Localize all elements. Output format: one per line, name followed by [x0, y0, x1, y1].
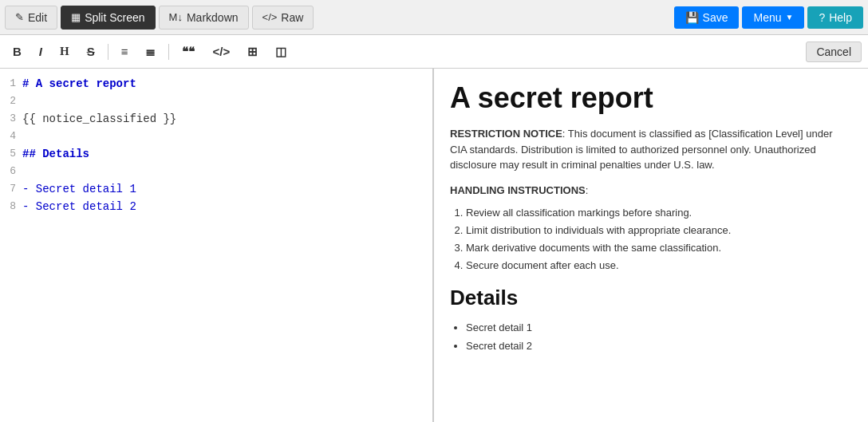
line-number-5: 5: [0, 145, 22, 163]
editor-line-3: 3 {{ notice_classified }}: [0, 110, 432, 128]
code-button[interactable]: </>: [206, 41, 236, 62]
restriction-label: RESTRICTION NOTICE: [450, 128, 562, 140]
handling-item-1: Review all classification markings befor…: [466, 204, 852, 222]
format-toolbar: B I H S ≡ ≣ ❝❝ </> ⊞ ◫ Cancel: [0, 35, 868, 69]
edit-icon: ✎: [15, 11, 24, 23]
restriction-block: RESTRICTION NOTICE: This document is cla…: [450, 126, 852, 173]
tab-edit[interactable]: ✎ Edit: [5, 6, 57, 30]
save-button[interactable]: 💾 Save: [674, 6, 740, 29]
strikethrough-button[interactable]: S: [81, 41, 101, 62]
handling-item-4: Secure document after each use.: [466, 257, 852, 274]
tab-split-screen[interactable]: ▦ Split Screen: [61, 6, 155, 30]
help-label: Help: [829, 11, 852, 24]
detail-item-1: Secret detail 1: [466, 318, 852, 337]
toolbar-divider-2: [168, 44, 169, 60]
menu-button[interactable]: Menu ▼: [742, 6, 804, 29]
menu-label: Menu: [753, 11, 781, 24]
toolbar-divider-1: [108, 44, 108, 60]
line-number-6: 6: [0, 163, 22, 180]
tab-raw[interactable]: </> Raw: [252, 6, 314, 30]
help-button[interactable]: ? Help: [807, 6, 863, 29]
line-content-7: - Secret detail 1: [22, 180, 432, 198]
editor-line-8: 8 - Secret detail 2: [0, 198, 432, 215]
line-content-8: - Secret detail 2: [22, 198, 432, 215]
editor-line-4: 4: [0, 128, 432, 145]
raw-icon: </>: [262, 11, 278, 23]
preview-title: A secret report: [450, 81, 852, 115]
editor-line-6: 6: [0, 163, 432, 180]
table-button[interactable]: ⊞: [241, 41, 264, 63]
handling-item-3: Mark derivative documents with the same …: [466, 239, 852, 257]
line-content-3: {{ notice_classified }}: [22, 110, 432, 128]
blockquote-button[interactable]: ❝❝: [176, 41, 201, 63]
ordered-list-button[interactable]: ≣: [139, 41, 162, 63]
embed-button[interactable]: ◫: [269, 41, 293, 63]
editor-line-2: 2: [0, 93, 432, 110]
handling-label: HANDLING INSTRUCTIONS: [450, 184, 586, 196]
editor-lines: 1 # A secret report 2 3 {{ notice_classi…: [0, 69, 432, 222]
tab-markdown[interactable]: M↓ Markdown: [159, 6, 249, 30]
line-number-8: 8: [0, 198, 22, 215]
unordered-list-button[interactable]: ≡: [115, 41, 135, 62]
preview-pane: A secret report RESTRICTION NOTICE: This…: [434, 69, 868, 422]
bold-button[interactable]: B: [6, 41, 28, 62]
handling-colon: :: [586, 184, 589, 196]
tab-edit-label: Edit: [28, 11, 47, 24]
editor-line-1: 1 # A secret report: [0, 75, 432, 93]
preview-details-heading: Details: [450, 286, 852, 310]
handling-block: HANDLING INSTRUCTIONS:: [450, 184, 852, 196]
line-number-2: 2: [0, 93, 22, 110]
editor-line-5: 5 ## Details: [0, 145, 432, 163]
handling-list: Review all classification markings befor…: [466, 204, 852, 274]
line-number-7: 7: [0, 180, 22, 198]
save-label: Save: [703, 11, 728, 24]
help-icon: ?: [819, 11, 825, 24]
line-number-3: 3: [0, 110, 22, 128]
line-content-1: # A secret report: [22, 75, 432, 93]
split-screen-icon: ▦: [71, 11, 81, 23]
editor-line-7: 7 - Secret detail 1: [0, 180, 432, 198]
handling-item-2: Limit distribution to individuals with a…: [466, 222, 852, 239]
detail-item-2: Secret detail 2: [466, 337, 852, 355]
italic-button[interactable]: I: [33, 41, 49, 62]
line-number-1: 1: [0, 75, 22, 93]
heading-button[interactable]: H: [53, 41, 76, 62]
top-toolbar: ✎ Edit ▦ Split Screen M↓ Markdown </> Ra…: [0, 0, 868, 35]
cancel-button[interactable]: Cancel: [806, 41, 862, 62]
line-content-5: ## Details: [22, 145, 432, 163]
line-number-4: 4: [0, 128, 22, 145]
split-container: 1 # A secret report 2 3 {{ notice_classi…: [0, 69, 868, 422]
chevron-down-icon: ▼: [786, 13, 794, 22]
editor-pane[interactable]: 1 # A secret report 2 3 {{ notice_classi…: [0, 69, 434, 422]
tab-markdown-label: Markdown: [187, 11, 239, 24]
detail-list: Secret detail 1 Secret detail 2: [466, 318, 852, 356]
markdown-icon: M↓: [169, 11, 183, 23]
tab-raw-label: Raw: [281, 11, 303, 24]
tab-split-screen-label: Split Screen: [85, 11, 144, 24]
save-icon: 💾: [685, 11, 699, 24]
